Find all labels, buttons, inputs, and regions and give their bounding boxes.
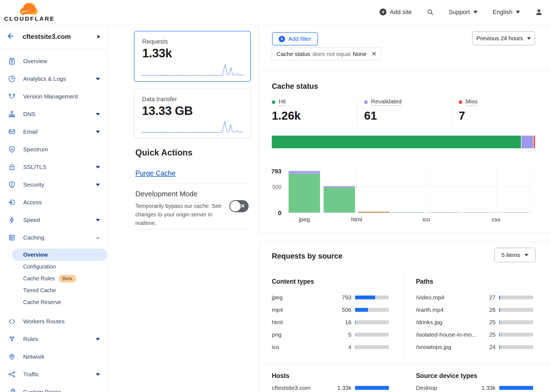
- stat-value: 7: [459, 109, 477, 122]
- sidebar-item-custom-pages[interactable]: Custom Pages: [0, 383, 107, 392]
- sidebar-item-spectrum[interactable]: Spectrum: [0, 141, 107, 158]
- stat-miss: Miss 7: [459, 98, 477, 122]
- row-label: /drinks.jpg: [416, 319, 476, 326]
- search-icon[interactable]: [427, 9, 434, 16]
- bar-ico[interactable]: [428, 212, 459, 213]
- sidebar-item-overview[interactable]: Overview: [0, 52, 107, 70]
- time-range-label: Previous 24 hours: [476, 35, 523, 42]
- sidebar-item-workers-routes[interactable]: Workers Routes: [0, 313, 107, 330]
- miss-dot-icon: [459, 100, 462, 104]
- bar-png[interactable]: [393, 212, 424, 213]
- sidebar-item-rules[interactable]: Rules: [0, 330, 107, 348]
- chevron-down-icon: [96, 338, 100, 340]
- sidebar-item-dns[interactable]: DNS: [0, 105, 107, 123]
- time-range-dropdown[interactable]: Previous 24 hours: [472, 31, 535, 45]
- sidebar-item-network[interactable]: Network: [0, 348, 107, 366]
- development-mode-toggle[interactable]: ✕: [229, 200, 249, 212]
- brand-wordmark: CLOUDFLARE: [4, 15, 55, 22]
- sidebar-item-caching[interactable]: Caching: [0, 229, 107, 246]
- row-value: 793: [332, 294, 351, 301]
- x-label-jpeg: jpeg: [287, 216, 322, 223]
- subitem-label: Overview: [23, 252, 48, 258]
- bar-html[interactable]: [358, 212, 390, 213]
- stat-label[interactable]: Miss: [466, 98, 477, 106]
- back-arrow-icon[interactable]: [7, 32, 15, 41]
- table-row[interactable]: png 5: [272, 328, 389, 341]
- sidebar-item-version-management[interactable]: Version Management: [0, 88, 107, 105]
- add-site-button[interactable]: + Add site: [380, 9, 412, 16]
- table-row[interactable]: ico 4: [272, 341, 389, 353]
- requests-sparkline: [141, 61, 244, 77]
- sidebar-item-speed[interactable]: Speed: [0, 211, 107, 229]
- subitem-tiered-cache[interactable]: Tiered Cache: [0, 284, 107, 296]
- data-transfer-card[interactable]: Data transfer 13.33 GB: [134, 89, 251, 139]
- sidebar-item-label: Access: [23, 199, 100, 206]
- sidebar-item-analytics-logs[interactable]: Analytics & Logs: [0, 70, 107, 88]
- chevron-down-icon: [96, 78, 100, 80]
- pie-chart-icon: [8, 75, 15, 82]
- subitem-caching-overview[interactable]: Overview: [12, 249, 107, 261]
- table-row[interactable]: html 16: [272, 316, 389, 328]
- subitem-caching-configuration[interactable]: Configuration: [0, 261, 107, 273]
- table-row[interactable]: /snowtops.jpg 24: [416, 341, 533, 353]
- stacked-segment-hit[interactable]: [272, 136, 522, 148]
- stacked-segment-revalidated[interactable]: [522, 136, 534, 148]
- table-row[interactable]: /isolated-house-in-mo... 25: [416, 328, 533, 341]
- table-row[interactable]: jpeg 793: [272, 291, 389, 304]
- cache-status-stacked-bar: [272, 136, 535, 148]
- row-label: Desktop: [416, 385, 476, 391]
- chevron-right-icon[interactable]: [98, 35, 100, 39]
- bar-css[interactable]: [498, 212, 529, 213]
- subitem-cache-rules[interactable]: Cache RulesBeta: [0, 273, 107, 284]
- cloudflare-logo[interactable]: CLOUDFLARE: [6, 2, 53, 22]
- requests-card[interactable]: Requests 1.33k: [134, 31, 251, 82]
- sidebar-item-label: SSL/TLS: [23, 164, 96, 170]
- stat-label[interactable]: Revalidated: [371, 98, 402, 106]
- sidebar-item-security[interactable]: Security: [0, 176, 107, 194]
- progress-bar: [355, 333, 389, 337]
- row-value: 4: [332, 344, 351, 350]
- row-value: 24: [476, 344, 496, 350]
- sidebar-item-ssl-tls[interactable]: SSL/TLS: [0, 158, 107, 176]
- chevron-down-icon: [525, 254, 528, 256]
- row-label: mp4: [272, 307, 332, 313]
- table-row[interactable]: /drinks.jpg 25: [416, 316, 533, 328]
- filter-field: Cache status: [276, 51, 310, 57]
- sidebar-item-traffic[interactable]: Traffic: [0, 366, 107, 383]
- wrench-icon: [8, 388, 15, 392]
- support-menu[interactable]: Support: [449, 9, 478, 16]
- bar-mp4[interactable]: [324, 186, 355, 213]
- beta-badge: Beta: [59, 275, 76, 283]
- cloudflare-cloud-icon: [17, 2, 42, 16]
- stat-label[interactable]: Hit: [279, 98, 286, 106]
- divider: [404, 273, 404, 361]
- remove-filter-icon[interactable]: ✕: [372, 50, 377, 58]
- language-menu[interactable]: English: [493, 9, 520, 16]
- shield-badge-icon: [8, 146, 15, 153]
- hosts-table: cftestsite3.com 1.33k: [272, 382, 389, 392]
- items-count-dropdown[interactable]: 5 items: [494, 248, 536, 262]
- row-label: /earth.mp4: [416, 307, 476, 313]
- stacked-segment-miss[interactable]: [534, 136, 535, 148]
- table-row[interactable]: /earth.mp4 26: [416, 304, 533, 316]
- filter-chip[interactable]: Cache status does not equal None ✕: [271, 47, 381, 60]
- table-row[interactable]: /video.mp4 27: [416, 291, 533, 304]
- table-row[interactable]: Desktop 1.33k: [416, 382, 533, 392]
- row-label: png: [272, 331, 332, 338]
- hosts-title: Hosts: [272, 372, 289, 380]
- lightning-bolt-icon: [8, 216, 15, 224]
- filter-operator: does not equal: [313, 51, 351, 57]
- add-filter-button[interactable]: + Add filter: [272, 32, 318, 45]
- sidebar-item-access[interactable]: Access: [0, 194, 107, 211]
- table-row[interactable]: mp4 506: [272, 304, 389, 316]
- sidebar-item-label: DNS: [23, 111, 96, 117]
- table-row[interactable]: cftestsite3.com 1.33k: [272, 382, 389, 392]
- bar-jpeg[interactable]: [289, 171, 320, 213]
- purge-cache-link[interactable]: Purge Cache: [135, 169, 176, 177]
- requests-by-source-section: Requests by source 5 items Content types…: [259, 242, 551, 392]
- user-account-icon[interactable]: [535, 8, 543, 16]
- sidebar-item-email[interactable]: Email: [0, 123, 107, 141]
- sidebar-item-label: Network: [23, 353, 100, 360]
- bar-svg[interactable]: [463, 212, 494, 213]
- subitem-cache-reserve[interactable]: Cache Reserve: [0, 296, 107, 308]
